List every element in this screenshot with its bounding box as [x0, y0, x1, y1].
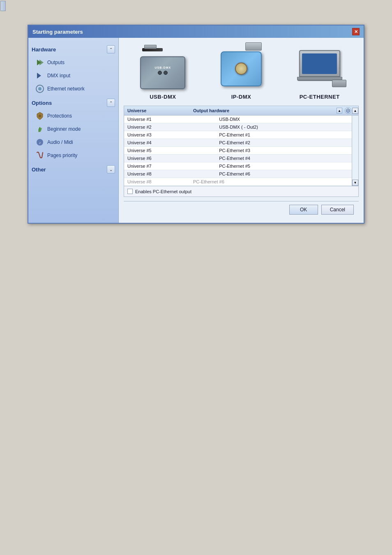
ip-dmx-body	[221, 51, 262, 86]
dialog-titlebar: Starting parameters ✕	[28, 25, 364, 38]
table-row[interactable]: Universe #5 PC-Ethernet #3	[124, 147, 352, 155]
output-cell: USB-DMX ( - Out2)	[216, 123, 352, 131]
dmx-input-icon	[35, 71, 45, 81]
protections-icon	[35, 111, 45, 121]
nav-item-beginner-mode[interactable]: Beginner mode	[32, 123, 115, 136]
options-collapse-button[interactable]: ⌃	[107, 99, 115, 107]
table-row[interactable]: Universe #7 PC-Ethernet #5	[124, 162, 352, 170]
dialog-footer: OK Cancel	[124, 201, 359, 218]
output-cell: PC-Ethernet #1	[216, 131, 352, 139]
pc-ethernet-label: PC-ETHERNET	[300, 94, 340, 100]
dmx-input-label: DMX input	[47, 73, 70, 79]
table-row-partial: Universe #8 PC-Ethernet #6	[124, 178, 352, 186]
table-scroll-content: Universe #1 USB-DMX Universe #2 USB-DMX …	[124, 116, 352, 186]
vscroll-down-button[interactable]: ▼	[352, 180, 358, 186]
scroll-icon-area: ▲	[337, 107, 351, 114]
svg-marker-1	[39, 60, 44, 65]
hardware-collapse-button[interactable]: ⌃	[107, 45, 115, 53]
output-cell: PC-Ethernet #6	[216, 170, 352, 178]
table-row[interactable]: Universe #4 PC-Ethernet #2	[124, 139, 352, 147]
pc-ethernet-checkbox-label: Enables PC-Ethernet output	[135, 189, 191, 194]
left-panel: Hardware ⌃ Outputs DMX inpu	[28, 38, 119, 223]
usb-dmx-label: USB-DMX	[150, 94, 176, 100]
universe-cell: Universe #8	[124, 170, 216, 178]
pc-ethernet-device	[287, 46, 353, 91]
svg-point-5	[39, 115, 41, 117]
table-header-row: Universe Output hardware ▲ ▲	[124, 106, 358, 116]
beginner-mode-icon	[35, 124, 45, 134]
pc-ethernet-item[interactable]: PC-ETHERNET	[287, 46, 353, 100]
right-panel: USB-DMX USB-DMX	[119, 38, 364, 223]
table-row[interactable]: Universe #6 PC-Ethernet #4	[124, 155, 352, 162]
nav-item-pages-priority[interactable]: Pages priority	[32, 149, 115, 162]
nav-item-outputs[interactable]: Outputs	[32, 56, 115, 69]
table-row[interactable]: Universe #1 USB-DMX	[124, 116, 352, 123]
universe-cell: Universe #1	[124, 116, 216, 123]
close-button[interactable]: ✕	[352, 28, 360, 35]
scrollbar-thumb[interactable]	[0, 1, 6, 11]
output-cell: PC-Ethernet #3	[216, 147, 352, 155]
scroll-up-button[interactable]: ▲	[337, 108, 342, 113]
svg-point-9	[348, 110, 349, 111]
outputs-icon	[35, 58, 45, 67]
nav-item-dmx-input[interactable]: DMX input	[32, 69, 115, 82]
output-cell: PC-Ethernet #5	[216, 162, 352, 170]
universe-cell: Universe #6	[124, 155, 216, 162]
output-cell: PC-Ethernet #4	[216, 155, 352, 162]
table-row[interactable]: Universe #2 USB-DMX ( - Out2)	[124, 123, 352, 131]
col-output-header: Output hardware	[190, 108, 337, 113]
universe-cell: Universe #3	[124, 131, 216, 139]
ethernet-label: Ethernet network	[47, 86, 85, 92]
svg-text:♪: ♪	[39, 141, 41, 145]
vscroll-up-header[interactable]: ▲	[352, 108, 358, 114]
laptop-body	[293, 50, 346, 87]
audio-midi-label: Audio / Midi	[47, 139, 73, 145]
ethernet-icon	[35, 84, 45, 94]
pages-priority-icon	[35, 150, 45, 160]
other-collapse-button[interactable]: ⌄	[107, 165, 115, 173]
options-section-header: Options ⌃	[32, 99, 115, 107]
other-section-title: Other	[32, 166, 46, 173]
hardware-section-title: Hardware	[32, 46, 56, 53]
universe-table-container: Universe Output hardware ▲ ▲	[124, 106, 359, 197]
hardware-images-row: USB-DMX USB-DMX	[124, 43, 359, 102]
cancel-button[interactable]: Cancel	[321, 205, 354, 215]
starting-parameters-dialog: Starting parameters ✕ Hardware ⌃ Outputs	[28, 25, 364, 224]
universe-cell: Universe #2	[124, 123, 216, 131]
svg-point-4	[38, 87, 42, 90]
settings-icon[interactable]	[345, 107, 351, 114]
universe-table: Universe #1 USB-DMX Universe #2 USB-DMX …	[124, 116, 352, 178]
ip-dmx-label: IP-DMX	[231, 94, 251, 100]
options-section-title: Options	[32, 100, 52, 106]
output-cell: PC-Ethernet #2	[216, 139, 352, 147]
ok-button[interactable]: OK	[289, 205, 318, 215]
pages-priority-label: Pages priority	[47, 153, 77, 158]
nav-item-audio-midi[interactable]: ♪ Audio / Midi	[32, 136, 115, 149]
output-cell: USB-DMX	[216, 116, 352, 123]
outputs-label: Outputs	[47, 60, 65, 65]
table-row[interactable]: Universe #8 PC-Ethernet #6	[124, 170, 352, 178]
col-universe-header: Universe	[124, 108, 190, 113]
beginner-mode-label: Beginner mode	[47, 126, 81, 132]
pc-ethernet-checkbox[interactable]	[127, 189, 133, 194]
universe-cell: Universe #4	[124, 139, 216, 147]
hardware-section-header: Hardware ⌃	[32, 45, 115, 53]
nav-item-ethernet[interactable]: Ethernet network	[32, 82, 115, 95]
usb-dmx-item[interactable]: USB-DMX USB-DMX	[130, 46, 196, 100]
dialog-title: Starting parameters	[32, 29, 83, 35]
usb-dmx-body: USB-DMX	[140, 56, 185, 89]
ip-dmx-item[interactable]: IP-DMX	[208, 46, 274, 100]
nav-item-protections[interactable]: Protections	[32, 109, 115, 123]
usb-dmx-device: USB-DMX	[130, 46, 196, 91]
svg-marker-2	[37, 73, 41, 79]
other-section-header: Other ⌄	[32, 165, 115, 173]
universe-cell: Universe #7	[124, 162, 216, 170]
table-with-scroll: Universe #1 USB-DMX Universe #2 USB-DMX …	[124, 116, 358, 186]
universe-cell: Universe #5	[124, 147, 216, 155]
ip-dmx-device	[208, 46, 274, 91]
checkbox-row: Enables PC-Ethernet output	[124, 186, 358, 197]
vertical-scrollbar: ▼	[352, 116, 358, 186]
protections-label: Protections	[47, 113, 72, 119]
dialog-body: Hardware ⌃ Outputs DMX inpu	[28, 38, 364, 223]
table-row[interactable]: Universe #3 PC-Ethernet #1	[124, 131, 352, 139]
